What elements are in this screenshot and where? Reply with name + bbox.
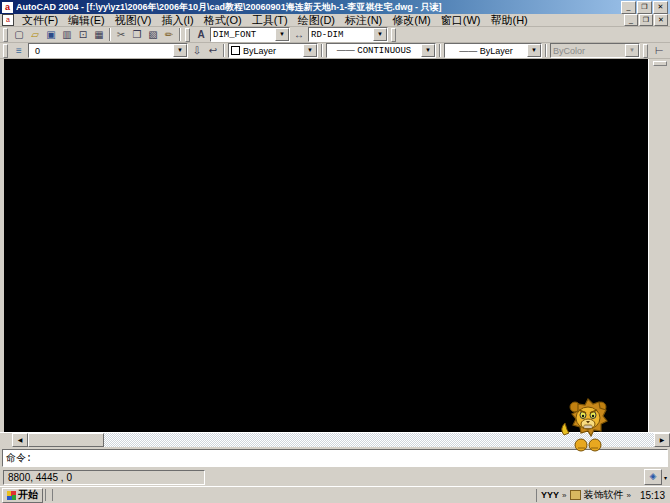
- menu-item[interactable]: 修改(M): [387, 13, 436, 28]
- menu-item[interactable]: 插入(I): [156, 13, 198, 28]
- plotstyle-value: ByColor: [551, 46, 625, 56]
- autocad-app-icon[interactable]: a: [2, 2, 13, 13]
- start-button[interactable]: 开始: [2, 488, 43, 503]
- chevron-icon[interactable]: »: [627, 491, 631, 500]
- menu-item[interactable]: 视图(V): [110, 13, 157, 28]
- menu-item[interactable]: 工具(T): [247, 13, 293, 28]
- menu-item[interactable]: 绘图(D): [293, 13, 340, 28]
- lion-paw: [575, 439, 587, 451]
- layers-properties-toolbar: ≡ 0 ▼ ⇩ ↩ ByLayer ▼ —— CONTINUOUS ▼ —— B…: [0, 43, 670, 59]
- start-label: 开始: [18, 488, 38, 502]
- toolbar-grip[interactable]: [653, 61, 667, 66]
- doc-close-button[interactable]: ✕: [654, 14, 668, 26]
- deco-toolbar-icon: [570, 490, 581, 500]
- windows-flag-icon: [7, 491, 16, 500]
- taskbar-clock: 15:13: [637, 490, 668, 501]
- linear-dimension-icon[interactable]: ⊢: [651, 44, 667, 58]
- menu-item[interactable]: 窗口(W): [436, 13, 486, 28]
- lineweight-combo[interactable]: —— ByLayer ▼: [444, 43, 542, 58]
- taskbar: 开始 YYY » 装饰软件 » 15:13: [0, 486, 670, 503]
- model-space-canvas[interactable]: [4, 59, 648, 432]
- chevron-down-icon[interactable]: ▼: [303, 44, 317, 57]
- status-bar: 8800, 4445 , 0 ◈ ▾: [0, 468, 670, 486]
- dim-style-combo[interactable]: RD-DIM ▼: [308, 27, 388, 42]
- plot-icon[interactable]: ▥: [59, 28, 75, 42]
- print-preview-icon[interactable]: ⊡: [75, 28, 91, 42]
- dim-style-icon[interactable]: ↔: [291, 28, 307, 42]
- scroll-right-icon[interactable]: ▶: [654, 433, 670, 447]
- toolbar-grip[interactable]: [391, 28, 396, 42]
- status-menu-arrow-icon[interactable]: ▾: [664, 474, 667, 481]
- save-icon[interactable]: ▣: [43, 28, 59, 42]
- menu-item[interactable]: 文件(F): [17, 13, 63, 28]
- layout-tabs: [0, 433, 4, 447]
- command-prompt: 命令:: [6, 451, 32, 465]
- cut-icon[interactable]: ✂: [113, 28, 129, 42]
- menu-bar: a 文件(F)编辑(E)视图(V)插入(I)格式(O)工具(T)绘图(D)标注(…: [0, 14, 670, 27]
- menu-item[interactable]: 格式(O): [199, 13, 247, 28]
- doc-restore-button[interactable]: ❐: [639, 14, 653, 26]
- system-tray: YYY » 装饰软件 » 15:13: [536, 489, 668, 502]
- menu-items: 文件(F)编辑(E)视图(V)插入(I)格式(O)工具(T)绘图(D)标注(N)…: [17, 13, 624, 28]
- color-combo[interactable]: ByLayer ▼: [228, 43, 318, 58]
- chevron-down-icon[interactable]: ▼: [421, 44, 435, 57]
- layer-manager-icon[interactable]: ≡: [11, 44, 27, 58]
- toolbar-grip[interactable]: [3, 44, 8, 58]
- layer-previous-icon[interactable]: ↩: [205, 44, 221, 58]
- modify-toolbar: [648, 59, 670, 432]
- quick-launch: [45, 489, 53, 501]
- document-icon[interactable]: a: [2, 14, 14, 26]
- dim-style-value: RD-DIM: [309, 30, 373, 40]
- menu-item[interactable]: 编辑(E): [63, 13, 110, 28]
- linetype-value: —— CONTINUOUS: [327, 45, 421, 56]
- toolbar-grip[interactable]: [185, 28, 190, 42]
- lineweight-value: —— ByLayer: [445, 46, 527, 56]
- restore-button[interactable]: ❐: [637, 1, 652, 14]
- lion-pupil: [592, 415, 594, 417]
- layer-combo[interactable]: 0 ▼: [28, 43, 188, 58]
- publish-icon[interactable]: ▦: [91, 28, 107, 42]
- deco-toolbar-label[interactable]: 装饰软件: [584, 488, 624, 502]
- scroll-left-icon[interactable]: ◀: [12, 433, 28, 447]
- doc-minimize-button[interactable]: _: [624, 14, 638, 26]
- match-properties-icon[interactable]: ✏: [161, 28, 177, 42]
- scrollbar-thumb[interactable]: [28, 433, 104, 447]
- language-indicator[interactable]: YYY: [541, 490, 559, 500]
- mascot-lion[interactable]: [558, 395, 614, 453]
- chevron-down-icon: ▼: [625, 44, 639, 57]
- toolbar-grip[interactable]: [3, 28, 8, 42]
- text-style-combo[interactable]: DIM_FONT ▼: [210, 27, 290, 42]
- color-value: ByLayer: [229, 46, 303, 56]
- chevron-down-icon[interactable]: ▼: [373, 28, 387, 41]
- chevron-down-icon[interactable]: ▼: [173, 44, 187, 57]
- text-style-icon[interactable]: A: [193, 28, 209, 42]
- lion-tail: [562, 423, 569, 435]
- current-layer-value: 0: [33, 46, 173, 56]
- communication-center-icon[interactable]: ◈: [644, 469, 662, 485]
- coordinate-display[interactable]: 8800, 4445 , 0: [3, 470, 205, 485]
- close-button[interactable]: ✕: [653, 1, 668, 14]
- open-icon[interactable]: ▱: [27, 28, 43, 42]
- text-style-value: DIM_FONT: [211, 30, 275, 40]
- copy-clip-icon[interactable]: ❐: [129, 28, 145, 42]
- chevron-down-icon[interactable]: ▼: [527, 44, 541, 57]
- menu-item[interactable]: 帮助(H): [486, 13, 533, 28]
- make-layer-current-icon[interactable]: ⇩: [189, 44, 205, 58]
- lion-paw: [589, 439, 601, 451]
- linetype-combo[interactable]: —— CONTINUOUS ▼: [326, 43, 436, 58]
- plotstyle-combo: ByColor ▼: [550, 43, 640, 58]
- lion-pupil: [582, 415, 584, 417]
- paste-icon[interactable]: ▧: [145, 28, 161, 42]
- toolbar-grip[interactable]: [643, 44, 648, 58]
- chevron-down-icon[interactable]: ▼: [275, 28, 289, 41]
- drawing-viewport: [0, 59, 670, 432]
- chevron-icon[interactable]: »: [562, 491, 566, 500]
- color-swatch: [231, 46, 240, 55]
- new-icon[interactable]: ▢: [11, 28, 27, 42]
- menu-item[interactable]: 标注(N): [340, 13, 387, 28]
- standard-toolbar: ▢▱▣▥⊡▦✂❐▧✏ A DIM_FONT ▼ ↔ RD-DIM ▼: [0, 27, 670, 43]
